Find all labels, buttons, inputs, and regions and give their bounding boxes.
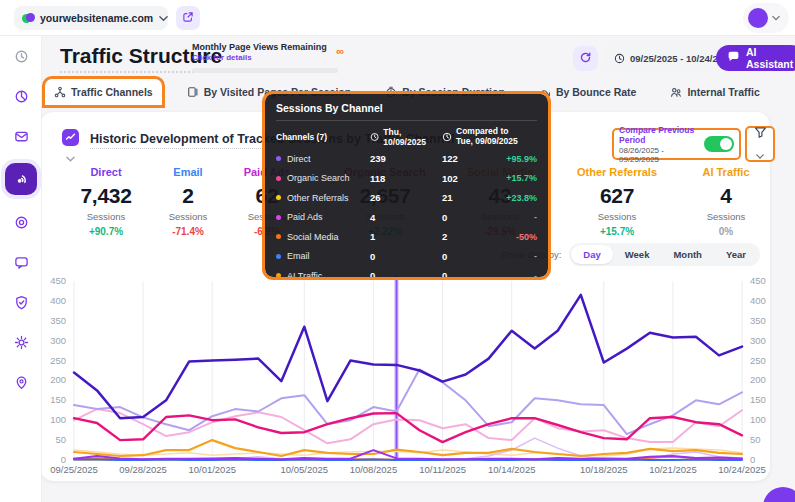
tab-traffic-channels[interactable]: Traffic Channels [44, 78, 163, 106]
svg-text:400: 400 [50, 295, 66, 306]
history-icon [14, 49, 29, 64]
stat-sub: Sessions [562, 211, 672, 222]
sidebar-item-target[interactable] [0, 202, 42, 242]
svg-text:350: 350 [750, 315, 766, 326]
channel-percent: +95.9% [504, 154, 537, 164]
tooltip-row-direct: Direct239122+95.9% [276, 149, 537, 169]
funnel-filter-icon [754, 125, 767, 143]
channel-dot [276, 195, 281, 200]
svg-text:350: 350 [50, 315, 66, 326]
stat-percent: +15.7% [562, 226, 672, 237]
user-menu[interactable] [743, 3, 789, 33]
clock-icon [614, 50, 625, 68]
sidebar-item-mail[interactable] [0, 116, 42, 156]
chat-bubble-icon [727, 49, 740, 67]
tooltip-compared-label: Compared to [456, 126, 508, 136]
svg-text:10/21/2025: 10/21/2025 [649, 464, 697, 475]
chart-filter-button[interactable] [745, 126, 775, 162]
tab-label: Internal Traffic [687, 86, 759, 98]
show-data-by-day[interactable]: Day [571, 245, 612, 264]
svg-text:50: 50 [55, 434, 66, 445]
refresh-button[interactable] [573, 46, 598, 71]
stat-percent: 0% [671, 226, 781, 237]
tooltip-row-social-media: Social Media12-50% [276, 227, 537, 247]
sessions-line-chart[interactable]: 0050501001001501502002002502503003003503… [42, 272, 768, 478]
tab-label: Traffic Channels [71, 86, 153, 98]
svg-text:300: 300 [750, 335, 766, 346]
tooltip-row-other-referrals: Other Referrals2621+23.8% [276, 188, 537, 208]
channel-label: Paid Ads [287, 212, 323, 222]
svg-text:150: 150 [50, 394, 66, 405]
channel-current-value: 26 [370, 192, 442, 203]
show-data-by-year[interactable]: Year [714, 245, 758, 264]
pages-icon [187, 86, 199, 98]
top-navbar: yourwebsitename.com [0, 0, 795, 36]
channel-previous-value: 0 [442, 270, 504, 281]
channel-label: Email [287, 251, 310, 261]
compare-toggle[interactable] [704, 136, 734, 152]
svg-text:450: 450 [50, 275, 66, 286]
svg-text:50: 50 [750, 434, 761, 445]
channel-dot [276, 156, 281, 161]
stat-value: 4 [671, 184, 781, 208]
svg-text:250: 250 [50, 355, 66, 366]
ai-assistant-button[interactable]: AI Assistant [716, 45, 795, 71]
shield-icon [14, 295, 29, 310]
svg-text:10/05/2025: 10/05/2025 [281, 464, 329, 475]
compare-previous-period-label: Compare Previous Period [619, 125, 698, 145]
target-icon [14, 215, 29, 230]
clock-icon [370, 132, 379, 142]
svg-text:100: 100 [750, 414, 766, 425]
svg-text:09/28/2025: 09/28/2025 [119, 464, 167, 475]
channel-previous-value: 122 [442, 153, 504, 164]
channel-previous-value: 0 [442, 212, 504, 223]
click-for-details-link[interactable]: Click for details [192, 53, 342, 62]
tooltip-row-paid-ads: Paid Ads40- [276, 208, 537, 228]
refresh-icon [579, 50, 592, 68]
channel-label: AI Traffic [287, 271, 322, 281]
channel-current-value: 1 [370, 231, 442, 242]
stat-sub: Sessions [671, 211, 781, 222]
channel-dot [276, 234, 281, 239]
channel-dot [276, 254, 281, 259]
sidebar-item-pie-chart[interactable] [0, 76, 42, 116]
tooltip-row-ai-traffic: AI Traffic00- [276, 266, 537, 286]
sidebar-item-history[interactable] [0, 36, 42, 76]
open-website-button[interactable] [176, 6, 200, 30]
show-data-by-week[interactable]: Week [613, 245, 662, 264]
pageviews-progress-bar [192, 68, 338, 73]
website-selector[interactable]: yourwebsitename.com [14, 6, 168, 30]
channel-previous-value: 102 [442, 173, 504, 184]
monthly-pageviews-label: Monthly Page Views Remaining [192, 42, 342, 52]
channel-percent: - [504, 212, 537, 222]
floating-action-button[interactable] [763, 487, 795, 502]
channel-label: Other Referrals [287, 193, 349, 203]
mail-icon [14, 129, 29, 144]
svg-text:10/01/2025: 10/01/2025 [188, 464, 236, 475]
pie-chart-icon [14, 89, 29, 104]
sidebar-item-chat[interactable] [0, 242, 42, 282]
tab-internal-traffic[interactable]: Internal Traffic [660, 78, 769, 106]
chart-widget-icon [62, 129, 79, 146]
channel-current-value: 0 [370, 270, 442, 281]
channel-percent: +15.7% [504, 173, 537, 183]
channel-label: Direct [287, 154, 311, 164]
sidebar-item-shield[interactable] [0, 282, 42, 322]
ai-assistant-label: AI Assistant [746, 46, 793, 70]
sidebar-item-location-pin[interactable] [0, 362, 42, 402]
chevron-down-icon [756, 145, 764, 163]
svg-text:150: 150 [750, 394, 766, 405]
channel-percent: -50% [504, 232, 537, 242]
channel-dot [276, 273, 281, 278]
show-data-by-month[interactable]: Month [661, 245, 714, 264]
sidebar-nav [0, 36, 42, 502]
traffic-radar-icon [5, 163, 37, 195]
collapse-chevron-icon[interactable] [66, 148, 75, 166]
sidebar-item-gear[interactable] [0, 322, 42, 362]
channel-dot [276, 215, 281, 220]
tooltip-row-email: Email00- [276, 247, 537, 267]
channel-previous-value: 21 [442, 192, 504, 203]
channel-label: Organic Search [287, 173, 350, 183]
sidebar-item-traffic-radar[interactable] [0, 156, 42, 202]
svg-text:200: 200 [750, 374, 766, 385]
